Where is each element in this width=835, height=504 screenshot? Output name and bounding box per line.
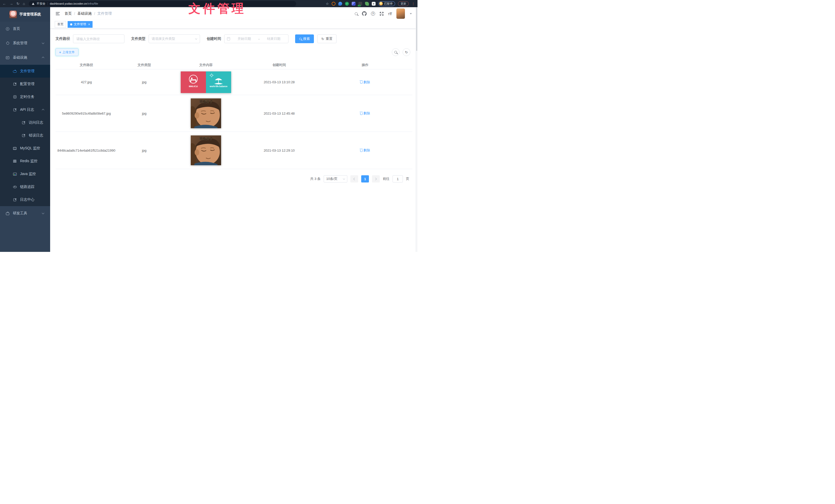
font-size-icon[interactable]: TT [388, 12, 392, 16]
app-window: 芋道管理系统 首页 系统管理 基础设施 文件管理 [0, 7, 418, 252]
sidebar-item-label: 定时任务 [20, 94, 35, 99]
delete-button[interactable]: 删除 [360, 80, 370, 85]
sidebar-item-error-log[interactable]: 错误日志 [0, 129, 50, 142]
security-label: 不安全 [37, 2, 45, 6]
browser-menu-icon[interactable]: ⋮ [412, 2, 415, 6]
user-avatar[interactable] [396, 8, 405, 19]
bookmark-star-icon[interactable]: ☆ [326, 2, 329, 6]
sidebar-item-access-log[interactable]: 访问日志 [0, 116, 50, 129]
file-path-label: 文件路径 [56, 37, 70, 41]
github-icon[interactable] [362, 11, 367, 16]
chevron-down-icon [42, 42, 44, 44]
delete-label: 删除 [364, 148, 370, 153]
sidebar-item-infra[interactable]: 基础设施 [0, 50, 50, 65]
sidebar-item-dev-tools[interactable]: 研发工具 [0, 206, 50, 220]
table-row: 5e8609290e915c4fa8b08e67.jpg jpg [56, 95, 412, 132]
extension-icon-green-leaf[interactable] [365, 2, 369, 6]
page-scrollbar[interactable] [416, 7, 418, 252]
extension-icon-dark-on[interactable]: on [359, 2, 362, 6]
file-path-input[interactable] [73, 35, 124, 43]
sidebar-item-system[interactable]: 系统管理 [0, 36, 50, 50]
log-icon [13, 108, 17, 111]
extension-icon-blue-grid[interactable] [352, 2, 355, 6]
reset-button-label: 重置 [326, 37, 332, 41]
tag-home[interactable]: 首页 [55, 21, 66, 28]
sidebar-item-config[interactable]: 配置管理 [0, 78, 50, 90]
edit-icon [13, 83, 17, 86]
extension-icon-orange[interactable] [332, 2, 335, 6]
extension-icon-green-check[interactable]: ✓ [345, 2, 349, 6]
file-thumbnail-crying-baby-meme[interactable]: 我裂开了 [191, 99, 221, 128]
trash-icon [360, 112, 363, 115]
file-thumbnail-crying-baby-meme[interactable]: 我裂开了 [191, 135, 221, 165]
page-number-button[interactable]: 1 [361, 175, 369, 183]
search-icon[interactable] [355, 12, 358, 15]
date-range-separator: - [258, 37, 259, 41]
page-size-select[interactable]: 10条/页 [324, 175, 347, 183]
sidebar-item-label: 链路追踪 [20, 185, 35, 189]
sidebar-item-file-manage[interactable]: 文件管理 [0, 65, 50, 78]
update-button[interactable]: 更新 [398, 1, 409, 6]
sidebar-item-label: 文件管理 [20, 69, 35, 74]
column-header-content: 文件内容 [171, 63, 241, 67]
page-unit-label: 页 [406, 176, 409, 181]
profile-paused-badge[interactable]: 已暂停 [379, 1, 395, 6]
sidebar-item-label: 配置管理 [20, 82, 35, 86]
extension-icon-puzzle[interactable]: ■ [372, 2, 375, 6]
close-tag-icon[interactable]: × [88, 23, 90, 26]
sidebar-item-log-center[interactable]: 日志中心 [0, 193, 50, 206]
pagination: 共 3 条 10条/页 1 前往 页 [56, 175, 412, 183]
next-page-button[interactable] [372, 175, 380, 183]
upload-file-button[interactable]: + 上传文件 [56, 48, 78, 56]
breadcrumb-home[interactable]: 首页 [64, 11, 72, 16]
fullscreen-icon[interactable] [380, 12, 384, 16]
cell-file-path: 5e8609290e915c4fa8b08e67.jpg [56, 111, 117, 115]
collapse-sidebar-icon[interactable] [56, 12, 60, 15]
browser-reload-icon[interactable]: ↻ [17, 2, 20, 5]
cell-file-type: jpg [117, 111, 171, 115]
browser-forward-icon[interactable]: → [9, 2, 13, 5]
browser-back-icon[interactable]: ← [3, 2, 6, 5]
delete-button[interactable]: 删除 [360, 111, 370, 115]
toolbox-icon [6, 212, 9, 215]
extension-icon-blue-drop[interactable] [338, 2, 342, 6]
banner-right-caption: work-life balance [209, 85, 227, 88]
column-header-created: 创建时间 [241, 63, 318, 67]
tag-file-manage[interactable]: 文件管理 × [68, 21, 93, 28]
goto-page-input[interactable] [392, 175, 403, 183]
meme-caption: 我裂开了 [199, 100, 213, 104]
date-range-picker[interactable]: 开始日期 - 结束日期 [224, 35, 288, 43]
delete-button[interactable]: 删除 [360, 148, 370, 153]
refresh-table-button[interactable]: ↻ [403, 48, 410, 56]
end-date-placeholder: 结束日期 [262, 37, 286, 41]
scrollbar-thumb[interactable] [416, 7, 417, 51]
file-thumbnail-996icu-banner[interactable]: 996.ICU work-life balance [181, 71, 231, 93]
app-logo[interactable]: 芋道管理系统 [0, 7, 50, 22]
sidebar-item-mysql-monitor[interactable]: MySQL 监控 [0, 142, 50, 155]
sidebar-item-tracing[interactable]: 链路追踪 [0, 181, 50, 193]
breadcrumb: 首页 / 基础设施 / 文件管理 [64, 11, 112, 16]
sidebar-item-home[interactable]: 首页 [0, 22, 50, 36]
sidebar-item-java-monitor[interactable]: Java 监控 [0, 168, 50, 181]
chevron-left-icon [353, 177, 356, 180]
toggle-search-button[interactable] [392, 48, 400, 56]
cloud-upload-icon [13, 70, 17, 73]
upload-button-label: 上传文件 [62, 50, 75, 55]
avatar-caret-down-icon[interactable] [410, 13, 412, 14]
search-button[interactable]: 搜索 [295, 35, 314, 43]
monitor-icon [6, 56, 9, 59]
file-type-select[interactable]: 请选择文件类型 [148, 35, 200, 43]
reset-button[interactable]: ↻ 重置 [317, 35, 337, 43]
breadcrumb-section[interactable]: 基础设施 [77, 11, 92, 16]
sidebar-item-redis-monitor[interactable]: Redis 监控 [0, 155, 50, 168]
address-bar[interactable]: 不安全 dashboard.yudao.iocoder.cn/infra/fil… [29, 1, 296, 6]
not-secure-warning-icon [32, 3, 35, 5]
breadcrumb-separator: / [74, 12, 75, 16]
create-time-label: 创建时间 [207, 37, 221, 41]
prev-page-button[interactable] [350, 175, 358, 183]
sidebar-item-api-log[interactable]: API 日志 [0, 103, 50, 116]
browser-profile-avatar [379, 2, 383, 5]
browser-home-icon[interactable]: ⌂ [23, 2, 25, 5]
sidebar-item-scheduled-jobs[interactable]: 定时任务 [0, 90, 50, 103]
help-icon[interactable]: ? [371, 12, 375, 16]
